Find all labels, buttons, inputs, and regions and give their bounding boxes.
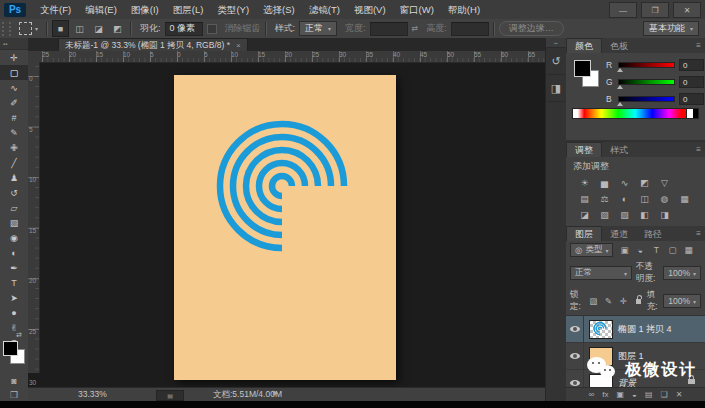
eye-icon[interactable] (570, 353, 580, 359)
foreground-color-swatch[interactable] (3, 341, 18, 356)
eye-icon[interactable] (570, 380, 580, 386)
channel-slider[interactable] (618, 96, 675, 102)
opacity-field[interactable]: 100% ▾ (663, 266, 701, 280)
menu-item[interactable]: 编辑(E) (78, 0, 124, 19)
link-layers-icon[interactable]: ∞ (589, 390, 595, 399)
black-white-icon[interactable]: ◐ (616, 192, 633, 206)
filter-type-layers-icon[interactable]: T (649, 245, 663, 255)
maximize-button[interactable]: ❐ (641, 2, 669, 18)
screen-mode-button[interactable]: ❐ (0, 388, 28, 401)
tab-颜色[interactable]: 颜色 (566, 38, 602, 53)
document-tab[interactable]: 未标题-1 @ 33.3% (椭圆 1 拷贝 4, RGB/8) * × (58, 38, 248, 52)
pen-tool[interactable]: ✒ (0, 260, 28, 275)
vibrance-icon[interactable]: ▽ (656, 176, 673, 190)
menu-item[interactable]: 图像(I) (124, 0, 166, 19)
lock-transparency-icon[interactable]: ▨ (586, 296, 600, 306)
dodge-tool[interactable]: ◐ (0, 245, 28, 260)
tab-路径[interactable]: 路径 (636, 227, 670, 241)
tab-样式[interactable]: 样式 (602, 143, 636, 157)
filter-kind-select[interactable]: ◎ 类型 ▾ (570, 243, 613, 257)
quick-mask-button[interactable]: ◙ (0, 374, 28, 387)
lasso-tool[interactable]: ∿ (0, 80, 28, 95)
filter-smart-objects-icon[interactable]: ▦ (681, 245, 695, 255)
color-spectrum-ramp[interactable] (572, 108, 687, 119)
color-lookup-icon[interactable]: ▦ (676, 192, 693, 206)
curves-icon[interactable]: ∿ (616, 176, 633, 190)
new-adjustment-layer-icon[interactable]: ◒ (632, 390, 637, 399)
style-select[interactable]: 正常 ▾ (299, 21, 337, 36)
menu-item[interactable]: 视图(V) (347, 0, 393, 19)
intersect-selection-icon[interactable]: ◩ (109, 20, 126, 37)
slider-thumb-icon[interactable] (617, 102, 623, 106)
foreground-color-swatch[interactable] (574, 60, 591, 77)
move-tool[interactable]: ✛ (0, 50, 28, 65)
width-input[interactable] (370, 22, 408, 36)
doc-size-icon[interactable]: ▤ (156, 390, 184, 401)
minimize-button[interactable]: — (609, 2, 637, 18)
menu-item[interactable]: 滤镜(T) (302, 0, 347, 19)
hue-saturation-icon[interactable]: ▤ (576, 192, 593, 206)
selective-color-icon[interactable]: ◨ (656, 208, 673, 222)
blend-mode-select[interactable]: 正常 ▾ (570, 266, 632, 280)
layer-thumbnail[interactable] (589, 320, 613, 339)
new-group-icon[interactable]: ▤ (645, 390, 653, 399)
ellipse-shape-tool[interactable]: ● (0, 305, 28, 320)
menu-item[interactable]: 类型(Y) (210, 0, 256, 19)
exposure-icon[interactable]: ◩ (636, 176, 653, 190)
menu-item[interactable]: 图层(L) (166, 0, 211, 19)
add-to-selection-icon[interactable]: ◫ (71, 20, 88, 37)
panel-menu-icon[interactable]: ≡ (696, 145, 701, 154)
history-brush-tool[interactable]: ↺ (0, 185, 28, 200)
swap-colors-icon[interactable]: ⇄ (16, 331, 22, 339)
new-selection-icon[interactable]: ■ (52, 20, 69, 37)
lock-pixels-icon[interactable]: ✎ (601, 296, 615, 306)
tab-色板[interactable]: 色板 (602, 39, 636, 53)
filter-shape-layers-icon[interactable]: ▢ (665, 245, 679, 255)
slider-thumb-icon[interactable] (617, 68, 623, 72)
color-balance-icon[interactable]: ⚖ (596, 192, 613, 206)
spot-healing-tool[interactable]: ✙ (0, 140, 28, 155)
menu-item[interactable]: 窗口(W) (393, 0, 441, 19)
rectangular-marquee-tool[interactable]: ▢ (0, 65, 28, 80)
channel-mixer-icon[interactable]: ◍ (656, 192, 673, 206)
channel-slider[interactable] (618, 62, 675, 68)
status-flyout-icon[interactable]: ▶ (273, 389, 278, 397)
panel-menu-icon[interactable]: ≡ (696, 41, 701, 50)
feather-input[interactable]: 0 像素 (165, 22, 203, 36)
eyedropper-tool[interactable]: ✎ (0, 125, 28, 140)
swap-dimensions-icon[interactable]: ⇄ (412, 24, 419, 33)
levels-icon[interactable]: ▅ (596, 176, 613, 190)
threshold-icon[interactable]: ▨ (616, 208, 633, 222)
channel-value-field[interactable]: 0 (679, 76, 704, 88)
add-layer-mask-icon[interactable]: ▣ (617, 390, 625, 399)
type-tool[interactable]: T (0, 275, 28, 290)
history-panel-icon[interactable]: ↺ (546, 48, 566, 75)
properties-panel-icon[interactable]: ◨ (546, 75, 566, 102)
tab-通道[interactable]: 通道 (602, 227, 636, 241)
panel-menu-icon[interactable]: ≡ (696, 229, 701, 238)
delete-layer-icon[interactable]: ✕ (676, 390, 683, 399)
crop-tool[interactable]: # (0, 110, 28, 125)
photo-filter-icon[interactable]: ◫ (636, 192, 653, 206)
menu-item[interactable]: 帮助(H) (441, 0, 487, 19)
document-size-info[interactable]: 文档:5.51M/4.00M (213, 389, 282, 401)
brightness-contrast-icon[interactable]: ☀ (576, 176, 593, 190)
refine-edge-button[interactable]: 调整边缘… (499, 21, 564, 36)
channel-value-field[interactable]: 0 (679, 93, 704, 105)
filter-adjustment-layers-icon[interactable]: ◒ (633, 245, 647, 255)
gradient-map-icon[interactable]: ◧ (636, 208, 653, 222)
layer-row[interactable]: 椭圆 1 拷贝 4 (566, 316, 705, 343)
tab-调整[interactable]: 调整 (566, 142, 602, 157)
tab-图层[interactable]: 图层 (566, 226, 602, 241)
visibility-cell[interactable] (566, 343, 584, 369)
eraser-tool[interactable]: ▱ (0, 200, 28, 215)
tool-preset-picker[interactable]: ▾ (15, 22, 42, 35)
close-button[interactable]: ✕ (673, 2, 701, 18)
canvas-area[interactable]: 25201510505101520253035404550556065 0510… (28, 51, 545, 387)
options-grip[interactable] (2, 22, 11, 36)
height-input[interactable] (451, 22, 489, 36)
antialias-checkbox[interactable] (207, 24, 217, 34)
eye-icon[interactable] (570, 326, 580, 332)
workspace-switcher[interactable]: 基本功能 ▾ (643, 21, 699, 36)
posterize-icon[interactable]: ▧ (596, 208, 613, 222)
